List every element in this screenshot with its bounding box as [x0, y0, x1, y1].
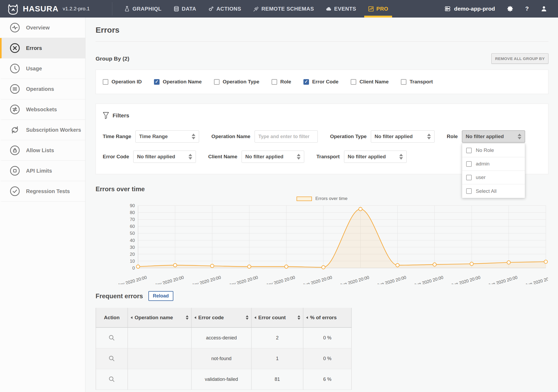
- account-button[interactable]: [540, 5, 547, 12]
- error-code-select[interactable]: No filter applied: [133, 151, 196, 163]
- collapse-triangle-icon[interactable]: [254, 316, 256, 319]
- project-selector[interactable]: demo-app-prod: [444, 5, 495, 12]
- checkbox[interactable]: [466, 148, 472, 153]
- top-navbar: HASURA v1.2.2-pro.1 GRAPHIQL DATA ACTION…: [0, 0, 558, 18]
- cell-pct-of-errors: 0 %: [303, 327, 351, 348]
- svg-text:0: 0: [132, 266, 135, 271]
- inspect-row-button[interactable]: [96, 355, 127, 362]
- svg-text:14 Jun 2020 20:00: 14 Jun 2020 20:00: [482, 275, 518, 284]
- sort-icon[interactable]: [246, 315, 248, 320]
- checkbox[interactable]: [466, 175, 472, 180]
- role-select[interactable]: No filter applied: [462, 130, 525, 143]
- cell-error-count: 2: [251, 327, 303, 348]
- inspect-row-button[interactable]: [96, 334, 127, 341]
- group-by-option-client-name[interactable]: Client Name: [351, 79, 389, 85]
- svg-text:60: 60: [130, 224, 135, 229]
- nav-item-actions[interactable]: ACTIONS: [202, 0, 247, 18]
- errors-over-time-section: Errors over time Errors over time 010203…: [96, 185, 548, 284]
- sidebar-item-overview[interactable]: Overview: [0, 18, 85, 38]
- checkbox[interactable]: [351, 79, 356, 85]
- nav-item-data[interactable]: DATA: [168, 0, 202, 18]
- project-name: demo-app-prod: [454, 6, 495, 12]
- nav-item-graphiql[interactable]: GRAPHIQL: [118, 0, 168, 18]
- chevron-updown-icon: [192, 134, 195, 139]
- role-option-admin[interactable]: admin: [462, 157, 525, 171]
- column-header-error-count[interactable]: Error count: [251, 308, 303, 327]
- svg-text:10 Jun 2020 20:00: 10 Jun 2020 20:00: [445, 275, 481, 284]
- role-option-user[interactable]: user: [462, 171, 525, 184]
- column-header-pct-of-errors[interactable]: % of errors: [303, 308, 351, 327]
- collapse-triangle-icon[interactable]: [131, 316, 132, 319]
- collapse-triangle-icon[interactable]: [306, 316, 308, 319]
- column-header-operation-name[interactable]: Operation name: [128, 308, 191, 327]
- check-circle-icon: [10, 186, 20, 197]
- checkbox[interactable]: [214, 79, 220, 85]
- cell-operation-name: [128, 348, 191, 369]
- svg-text:09 Jun 2020 20:00: 09 Jun 2020 20:00: [408, 275, 444, 284]
- checkbox[interactable]: [103, 79, 108, 85]
- help-button[interactable]: ?: [525, 5, 529, 12]
- nav-item-remote-schemas[interactable]: REMOTE SCHEMAS: [247, 0, 320, 18]
- role-option-label: Select All: [476, 188, 496, 194]
- checkbox[interactable]: [272, 79, 277, 85]
- sort-icon[interactable]: [186, 315, 188, 320]
- group-by-option-operation-name[interactable]: Operation Name: [154, 79, 202, 85]
- sidebar-item-usage[interactable]: Usage: [0, 58, 85, 79]
- nav-item-pro[interactable]: PRO: [362, 0, 394, 18]
- checkbox[interactable]: [401, 79, 406, 85]
- role-option-no-role[interactable]: No Role: [462, 144, 525, 157]
- nav-item-events[interactable]: EVENTS: [320, 0, 362, 18]
- table-header-row: Action Operation name Error code Error c…: [96, 308, 351, 327]
- group-by-title: Group By (2): [96, 56, 129, 62]
- sort-icon[interactable]: [298, 315, 300, 320]
- operation-name-input[interactable]: [255, 130, 318, 143]
- cell-pct-of-errors: 6 %: [303, 369, 351, 390]
- checkbox[interactable]: [466, 188, 472, 194]
- sidebar-item-regression-tests[interactable]: Regression Tests: [0, 181, 85, 202]
- column-header-error-code[interactable]: Error code: [191, 308, 251, 327]
- collapse-triangle-icon[interactable]: [194, 316, 196, 319]
- sidebar-item-label: Websockets: [26, 106, 57, 113]
- group-by-option-operation-id[interactable]: Operation ID: [103, 79, 142, 85]
- client-name-select[interactable]: No filter applied: [242, 151, 304, 163]
- sidebar-item-subscription-workers[interactable]: Subscription Workers: [0, 120, 85, 140]
- group-by-option-transport[interactable]: Transport: [401, 79, 433, 85]
- svg-text:80: 80: [130, 210, 135, 215]
- checkbox[interactable]: [154, 79, 160, 85]
- title-divider: [96, 41, 548, 42]
- sidebar-item-label: Regression Tests: [26, 188, 70, 194]
- filter-label: Client Name: [208, 154, 237, 160]
- inspect-row-button[interactable]: [96, 376, 127, 383]
- sidebar-item-errors[interactable]: Errors: [0, 38, 85, 58]
- remove-all-group-by-button[interactable]: REMOVE ALL GROUP BY: [491, 53, 548, 64]
- svg-text:70: 70: [130, 217, 135, 222]
- sidebar-item-api-limits[interactable]: API Limits: [0, 161, 85, 181]
- settings-button[interactable]: [507, 5, 514, 12]
- group-by-option-operation-type[interactable]: Operation Type: [214, 79, 259, 85]
- role-option-select-all[interactable]: Select All: [462, 184, 525, 198]
- group-by-option-error-code[interactable]: Error Code: [303, 79, 338, 85]
- square-circle-icon: [10, 165, 20, 176]
- navbar-menu: GRAPHIQL DATA ACTIONS REMOTE SCHEMAS EVE…: [118, 0, 394, 18]
- select-value: No filter applied: [137, 154, 175, 160]
- svg-text:21 May 2020 20:00: 21 May 2020 20:00: [147, 275, 184, 284]
- cell-error-code: not-found: [191, 348, 251, 369]
- cell-pct-of-errors: 0 %: [303, 348, 351, 369]
- checkbox[interactable]: [303, 79, 309, 85]
- sidebar-item-allow-lists[interactable]: Allow Lists: [0, 140, 85, 161]
- nav-item-label: PRO: [376, 6, 388, 12]
- sidebar-item-websockets[interactable]: Websockets: [0, 99, 85, 120]
- brand[interactable]: HASURA v1.2.2-pro.1: [0, 0, 112, 18]
- sidebar-item-operations[interactable]: Operations: [0, 79, 85, 99]
- frequent-errors-title: Frequent errors: [96, 292, 143, 300]
- chevron-updown-icon: [297, 154, 301, 160]
- database-icon: [173, 6, 179, 12]
- chart-icon: [368, 6, 374, 12]
- reload-button[interactable]: Reload: [148, 291, 173, 301]
- group-by-option-role[interactable]: Role: [272, 79, 291, 85]
- checkbox[interactable]: [466, 161, 472, 167]
- time-range-select[interactable]: Time Range: [135, 130, 199, 143]
- nav-item-label: REMOTE SCHEMAS: [261, 6, 314, 12]
- transport-select[interactable]: No filter applied: [344, 151, 407, 163]
- operation-type-select[interactable]: No filter applied: [371, 130, 435, 143]
